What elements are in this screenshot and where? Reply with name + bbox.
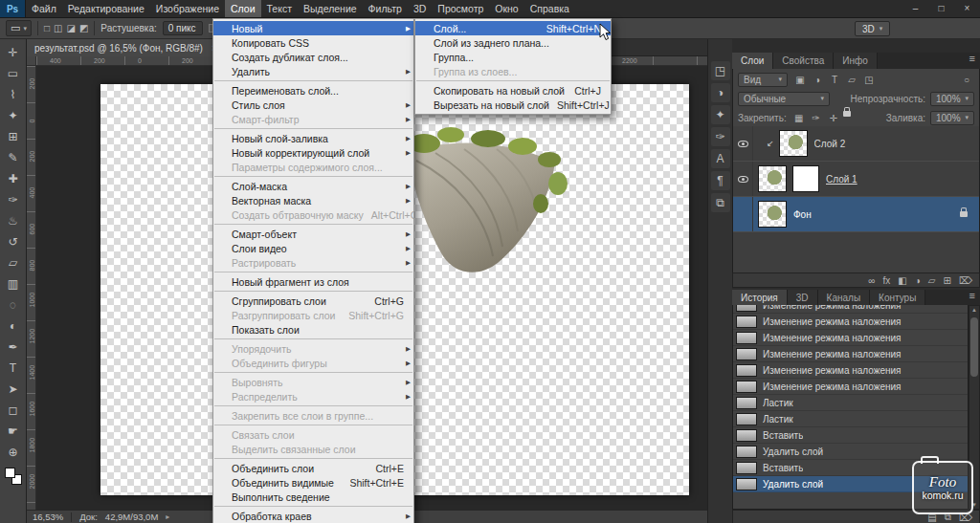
- menubar-item-2[interactable]: Изображение: [150, 0, 225, 17]
- layer-style-icon[interactable]: fx: [882, 275, 890, 286]
- layers-menu-item-23[interactable]: Сгруппировать слоиCtrl+G: [213, 294, 413, 308]
- history-brush-tool[interactable]: ↺: [2, 231, 25, 252]
- history-item-6[interactable]: Ластик: [733, 395, 968, 411]
- blend-mode-select[interactable]: Обычные▾: [738, 92, 830, 106]
- status-arrow-icon[interactable]: ▸: [166, 512, 169, 521]
- new-selection-icon[interactable]: □: [44, 23, 50, 33]
- lock-position-icon[interactable]: ✛: [826, 111, 841, 124]
- zoom-level[interactable]: 16,53%: [33, 512, 63, 522]
- clone-stamp-tool[interactable]: ♨: [2, 210, 25, 231]
- history-item-0[interactable]: Изменение режима наложения: [733, 305, 968, 314]
- new-group-icon[interactable]: ▱: [928, 275, 936, 286]
- history-item-5[interactable]: Изменение режима наложения: [733, 379, 968, 395]
- add-mask-icon[interactable]: ◧: [898, 275, 906, 286]
- history-tab-3[interactable]: Контуры: [870, 290, 925, 306]
- gradient-tool[interactable]: ▥: [2, 273, 25, 294]
- layers-tab-0[interactable]: Слои: [732, 53, 773, 69]
- panel-adjustments-icon[interactable]: ◑: [711, 83, 730, 102]
- menubar-item-0[interactable]: Файл: [26, 0, 62, 17]
- layers-menu-item-38[interactable]: Объединить слоиCtrl+E: [213, 461, 413, 475]
- link-layers-icon[interactable]: ∞: [868, 275, 875, 286]
- panel-brush-icon[interactable]: ✑: [711, 127, 730, 146]
- panel-3d-icon[interactable]: ◳: [711, 61, 730, 80]
- layers-menu-item-0[interactable]: Новый▶: [213, 21, 413, 35]
- layers-menu-item-10[interactable]: Новый корректирующий слой▶: [213, 145, 413, 160]
- marquee-tool[interactable]: ▭: [2, 63, 25, 84]
- layers-menu-item-25[interactable]: Показать слои: [213, 322, 413, 337]
- color-swatches[interactable]: [5, 468, 22, 485]
- layers-menu-item-5[interactable]: Переименовать слой...: [213, 83, 413, 98]
- path-selection-tool[interactable]: ➤: [2, 379, 25, 400]
- menubar-item-9[interactable]: Окно: [489, 0, 523, 17]
- type-tool[interactable]: T: [2, 358, 25, 379]
- layer-row-2[interactable]: Фон: [733, 197, 979, 232]
- layers-tab-1[interactable]: Свойства: [773, 53, 834, 69]
- adjustment-layer-icon[interactable]: ◑: [915, 275, 921, 286]
- intersect-selection-icon[interactable]: ◩: [79, 23, 88, 33]
- healing-brush-tool[interactable]: ✚: [2, 168, 25, 189]
- layers-menu-item-3[interactable]: Удалить▶: [213, 64, 413, 78]
- history-item-1[interactable]: Изменение режима наложения: [733, 314, 968, 330]
- add-selection-icon[interactable]: ◫: [54, 23, 62, 33]
- scroll-up-icon[interactable]: ▲: [969, 307, 979, 313]
- close-icon[interactable]: ×: [954, 0, 980, 17]
- crop-tool[interactable]: ⊞: [2, 126, 25, 147]
- history-item-2[interactable]: Изменение режима наложения: [733, 330, 968, 346]
- eyedropper-tool[interactable]: ✎: [2, 147, 25, 168]
- subtract-selection-icon[interactable]: ◪: [66, 23, 75, 33]
- history-item-8[interactable]: Вставить: [733, 427, 968, 444]
- fill-select[interactable]: 100%▾: [930, 111, 974, 125]
- quick-selection-tool[interactable]: ✦: [2, 105, 25, 126]
- foreground-color-swatch[interactable]: [5, 468, 15, 478]
- layers-menu-item-21[interactable]: Новый фрагмент из слоя: [213, 274, 413, 289]
- panel-menu-icon[interactable]: ≡: [969, 53, 975, 64]
- panel-paragraph-icon[interactable]: ¶: [711, 171, 730, 190]
- workspace-switcher[interactable]: 3D▾: [855, 21, 890, 36]
- layer-visibility-toggle[interactable]: [733, 197, 753, 231]
- menubar-item-1[interactable]: Редактирование: [62, 0, 150, 17]
- maximize-icon[interactable]: □: [928, 0, 954, 17]
- new-submenu-item-6[interactable]: Вырезать на новый слойShift+Ctrl+J: [415, 98, 611, 112]
- panel-styles-icon[interactable]: ✦: [711, 105, 730, 124]
- menubar-item-6[interactable]: Фильтр: [363, 0, 408, 17]
- history-tab-0[interactable]: История: [732, 290, 788, 306]
- history-item-7[interactable]: Ластик: [733, 411, 968, 427]
- layer-row-1[interactable]: Слой 1: [733, 162, 979, 197]
- brush-tool[interactable]: ✑: [2, 189, 25, 210]
- filter-adjustment-icon[interactable]: ◑: [810, 73, 825, 86]
- eraser-tool[interactable]: ▱: [2, 252, 25, 273]
- filter-smart-icon[interactable]: ◳: [861, 73, 877, 86]
- document-tab[interactable]: результат.psd @ 16,5% (Фон, RGB/8#) ×: [27, 39, 226, 56]
- layer-visibility-toggle[interactable]: [733, 162, 753, 196]
- menubar-item-10[interactable]: Справка: [524, 0, 575, 17]
- filter-type-icon[interactable]: T: [827, 73, 842, 86]
- panel-clone-source-icon[interactable]: ⧉: [711, 193, 730, 212]
- filter-pixel-icon[interactable]: ▣: [792, 73, 808, 86]
- scrollbar-thumb[interactable]: [970, 317, 978, 377]
- layers-menu-item-13[interactable]: Слой-маска▶: [213, 179, 413, 193]
- panel-menu-icon[interactable]: ≡: [969, 290, 975, 301]
- hand-tool[interactable]: ☛: [2, 421, 25, 442]
- layers-menu-item-6[interactable]: Стиль слоя▶: [213, 98, 413, 112]
- dodge-tool[interactable]: ◐: [2, 316, 25, 337]
- history-item-3[interactable]: Изменение режима наложения: [733, 346, 968, 362]
- layers-menu-item-9[interactable]: Новый слой-заливка▶: [213, 131, 413, 145]
- layers-menu-item-2[interactable]: Создать дубликат слоя...: [213, 50, 413, 64]
- filter-shape-icon[interactable]: ▱: [844, 73, 859, 86]
- zoom-tool[interactable]: ⊕: [2, 442, 25, 463]
- layers-menu-item-18[interactable]: Слои видео▶: [213, 241, 413, 255]
- menubar-item-8[interactable]: Просмотр: [432, 0, 489, 17]
- opacity-select[interactable]: 100%▾: [930, 92, 974, 106]
- layer-visibility-toggle[interactable]: [733, 126, 753, 161]
- filter-toggle-icon[interactable]: ○: [959, 73, 974, 86]
- menubar-item-5[interactable]: Выделение: [298, 0, 363, 17]
- shape-tool[interactable]: ◻: [2, 400, 25, 421]
- tool-preset-picker[interactable]: ▭▾: [6, 20, 32, 36]
- lock-icon[interactable]: [843, 111, 851, 117]
- pen-tool[interactable]: ✒: [2, 337, 25, 358]
- history-item-4[interactable]: Изменение режима наложения: [733, 362, 968, 379]
- history-tab-2[interactable]: Каналы: [818, 290, 871, 306]
- new-submenu-item-5[interactable]: Скопировать на новый слойCtrl+J: [415, 83, 611, 98]
- new-layer-icon[interactable]: ⊞: [943, 275, 950, 286]
- new-submenu-item-1[interactable]: Слой из заднего плана...: [415, 35, 611, 50]
